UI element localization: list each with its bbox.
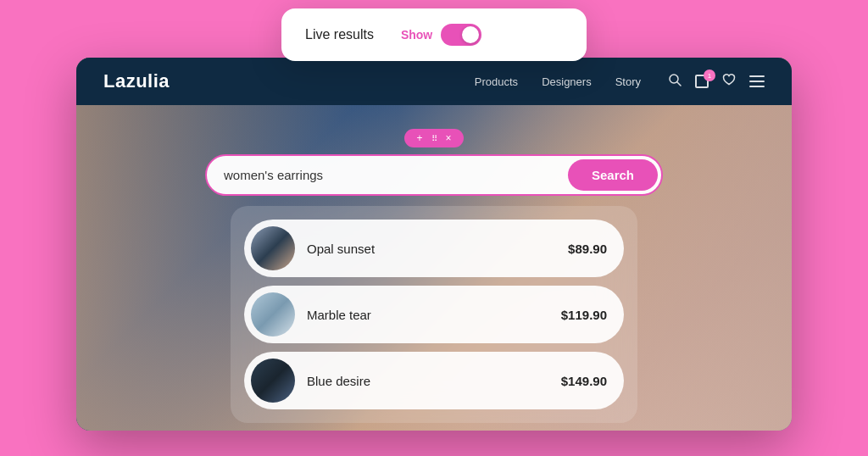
nav-designers[interactable]: Designers — [542, 75, 592, 88]
tooltip-label: Live results — [305, 27, 374, 42]
search-button[interactable]: Search — [568, 159, 658, 191]
ham-line-3 — [749, 86, 765, 87]
close-icon[interactable]: × — [446, 132, 452, 144]
result-thumbnail — [251, 359, 295, 403]
result-item[interactable]: Blue desire $149.90 — [244, 352, 624, 409]
thumb-1 — [251, 292, 295, 336]
search-bar: Search — [205, 154, 663, 196]
ham-line-2 — [749, 81, 765, 82]
menu-icon[interactable] — [749, 75, 765, 87]
result-thumbnail — [251, 292, 295, 336]
result-price: $119.90 — [561, 308, 607, 322]
grid-icon[interactable]: ⠿ — [431, 134, 437, 143]
nav-links: Products Designers Story — [475, 75, 641, 88]
cart-badge: 1 — [704, 70, 715, 81]
search-icon[interactable] — [668, 73, 682, 90]
result-price: $89.90 — [568, 242, 607, 256]
widget-pill: + ⠿ × — [404, 129, 463, 147]
heart-icon[interactable] — [722, 73, 736, 90]
main-content: + ⠿ × Search Opal sunset $89.90 Marble t… — [76, 105, 792, 423]
result-thumbnail — [251, 226, 295, 270]
nav-story[interactable]: Story — [615, 75, 641, 88]
thumb-0 — [251, 226, 295, 270]
widget-controls: + ⠿ × — [404, 129, 463, 147]
search-input[interactable] — [207, 156, 565, 194]
result-name: Marble tear — [307, 308, 549, 322]
svg-line-1 — [677, 82, 681, 86]
show-label: Show — [401, 28, 432, 42]
result-price: $149.90 — [561, 374, 607, 388]
result-item[interactable]: Marble tear $119.90 — [244, 286, 624, 343]
logo: Lazulia — [103, 70, 170, 92]
result-item[interactable]: Opal sunset $89.90 — [244, 220, 624, 277]
thumb-2 — [251, 359, 295, 403]
result-name: Blue desire — [307, 374, 549, 388]
tooltip-controls: Show — [401, 24, 481, 46]
nav-icons: 1 — [668, 73, 765, 90]
browser-window: Lazulia Products Designers Story 1 — [76, 58, 792, 431]
nav-products[interactable]: Products — [475, 75, 518, 88]
toggle-knob — [462, 26, 479, 43]
result-name: Opal sunset — [307, 242, 556, 256]
live-results-toggle[interactable] — [441, 24, 481, 46]
ham-line-1 — [749, 75, 765, 77]
plus-icon[interactable]: + — [416, 132, 422, 144]
navbar: Lazulia Products Designers Story 1 — [76, 58, 792, 105]
results-dropdown: Opal sunset $89.90 Marble tear $119.90 B… — [231, 206, 637, 423]
cart-icon[interactable]: 1 — [695, 75, 709, 88]
live-results-tooltip: Live results Show — [281, 8, 587, 61]
